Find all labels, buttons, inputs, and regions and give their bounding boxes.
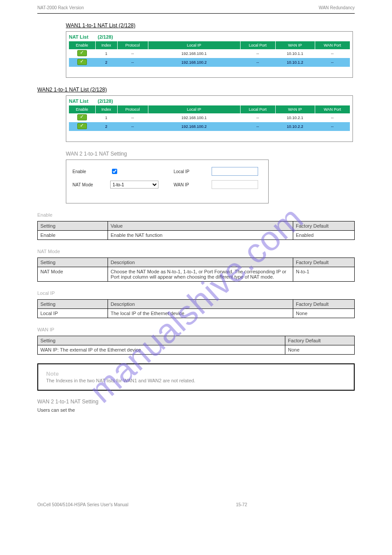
natmode-spec-label: NAT Mode — [37, 249, 355, 254]
spec-head-desc: Description — [108, 300, 293, 309]
col-local-port: Local Port — [240, 105, 275, 113]
cell-local-port: -- — [240, 58, 275, 67]
spec-cell: Enable the NAT function — [108, 231, 293, 240]
note-label: Note — [46, 370, 59, 377]
nat-list-label: NAT List — [69, 34, 88, 40]
cell-wan-port: -- — [315, 58, 350, 67]
col-index: Index — [95, 105, 117, 113]
col-local-ip: Local IP — [148, 105, 240, 113]
cell-protocol: -- — [117, 122, 148, 131]
wan2-settings-heading: WAN 2 1-to-1 NAT Setting — [66, 151, 355, 157]
cell-index: 1 — [95, 49, 117, 58]
spec-cell: None — [293, 309, 355, 318]
wan1-nat-table: Enable Index Protocol Local IP Local Por… — [69, 41, 350, 67]
nat-mode-label: NAT Mode — [72, 182, 110, 187]
wanip-spec-label: WAN IP — [37, 327, 355, 332]
enable-check-icon[interactable] — [77, 50, 87, 56]
footer-left: OnCell 5004/5104-HSPA Series User's Manu… — [37, 502, 128, 507]
cell-index: 1 — [95, 113, 117, 122]
nat-list-title: NAT List (2/128) — [69, 34, 350, 40]
page-footer: OnCell 5004/5104-HSPA Series User's Manu… — [37, 501, 355, 507]
spec-cell: None — [285, 345, 355, 355]
spec-table-enable: Setting Value Factory Default Enable Ena… — [37, 221, 355, 240]
spec-cell: WAN IP: The external IP of the Ethernet … — [38, 345, 285, 355]
spec-table-wanip: Setting Factory Default WAN IP: The exte… — [37, 336, 355, 355]
cell-protocol: -- — [117, 113, 148, 122]
nat-mode-select[interactable]: 1-to-1 — [110, 181, 158, 189]
nat-list-count: (2/128) — [97, 34, 113, 40]
spec-table-localip: Setting Description Factory Default Loca… — [37, 299, 355, 318]
spec-head-default: Factory Default — [293, 300, 355, 309]
wan-ip-input[interactable] — [212, 180, 258, 189]
spec-cell: Choose the NAT Mode as N-to-1, 1-to-1, o… — [108, 267, 293, 282]
spec-head-value: Value — [108, 221, 293, 231]
spec-cell: NAT Mode — [38, 267, 108, 282]
col-protocol: Protocol — [117, 41, 148, 49]
spec-cell: The local IP of the Ethernet device — [108, 309, 293, 318]
spec-table-natmode: Setting Description Factory Default NAT … — [37, 258, 355, 282]
col-wan-port: WAN Port — [315, 41, 350, 49]
note-block: Note The Indexes in the two NAT lists fo… — [37, 363, 355, 391]
spec-head-default: Factory Default — [285, 336, 355, 345]
spec-head-default: Factory Default — [293, 258, 355, 267]
enable-checkbox[interactable] — [112, 169, 117, 174]
cell-wan-ip: 10.10.2.1 — [275, 113, 315, 122]
cell-protocol: -- — [117, 49, 148, 58]
wan-ip-label: WAN IP — [173, 182, 211, 187]
nat-list-title: NAT List (2/128) — [69, 98, 350, 104]
wan2-nat-table: Enable Index Protocol Local IP Local Por… — [69, 105, 350, 131]
local-ip-input[interactable] — [212, 167, 258, 176]
col-wan-ip: WAN IP — [275, 105, 315, 113]
wan2-nat-list-panel: NAT List (2/128) Enable Index Protocol L… — [66, 95, 353, 142]
footer-page-number: 15-72 — [128, 502, 355, 507]
col-enable: Enable — [69, 41, 95, 49]
spec-cell: Enabled — [293, 231, 355, 240]
cell-wan-port: -- — [315, 122, 350, 131]
cell-wan-ip: 10.10.1.1 — [275, 49, 315, 58]
cell-wan-ip: 10.10.2.2 — [275, 122, 315, 131]
enable-label: Enable — [72, 169, 110, 174]
wan1-nat-heading: WAN1 1-to-1 NAT List (2/128) — [66, 22, 355, 29]
col-index: Index — [95, 41, 117, 49]
nat-settings-panel: Enable Local IP NAT Mode 1-to-1 WAN IP — [66, 160, 269, 203]
cell-wan-port: -- — [315, 49, 350, 58]
spec-head-default: Factory Default — [293, 221, 355, 231]
spec-cell: Enable — [38, 231, 108, 240]
table-row[interactable]: 2 -- 192.168.100.2 -- 10.10.1.2 -- — [69, 58, 350, 67]
enable-check-icon[interactable] — [77, 114, 87, 120]
enable-check-icon[interactable] — [77, 59, 87, 65]
enable-check-icon[interactable] — [77, 123, 87, 129]
cell-wan-ip: 10.10.1.2 — [275, 58, 315, 67]
duplicate-body-text: Users can set the — [37, 407, 355, 413]
table-row[interactable]: 1 -- 192.168.100.1 -- 10.10.1.1 -- — [69, 49, 350, 58]
cell-local-ip: 192.168.100.1 — [148, 49, 240, 58]
enable-spec-label: Enable — [37, 212, 355, 218]
table-header-row: Enable Index Protocol Local IP Local Por… — [69, 41, 350, 49]
cell-local-port: -- — [240, 122, 275, 131]
cell-wan-port: -- — [315, 113, 350, 122]
header-product: NAT-2000 Rack Version — [37, 5, 84, 10]
top-divider — [37, 13, 355, 14]
col-protocol: Protocol — [117, 105, 148, 113]
localip-spec-label: Local IP — [37, 290, 355, 296]
local-ip-label: Local IP — [173, 169, 211, 174]
note-text: The Indexes in the two NAT lists for WAN… — [46, 378, 195, 383]
col-local-ip: Local IP — [148, 41, 240, 49]
table-row[interactable]: 1 -- 192.168.100.1 -- 10.10.2.1 -- — [69, 113, 350, 122]
cell-local-ip: 192.168.100.2 — [148, 58, 240, 67]
cell-index: 2 — [95, 122, 117, 131]
cell-protocol: -- — [117, 58, 148, 67]
spec-head-setting: Setting — [38, 336, 285, 345]
spec-head-desc: Description — [108, 258, 293, 267]
table-row[interactable]: 2 -- 192.168.100.2 -- 10.10.2.2 -- — [69, 122, 350, 131]
cell-local-port: -- — [240, 113, 275, 122]
col-wan-port: WAN Port — [315, 105, 350, 113]
wan2-nat-heading: WAN2 1-to-1 NAT List (2/128) — [37, 87, 355, 93]
wan1-nat-list-panel: NAT List (2/128) Enable Index Protocol L… — [66, 31, 353, 78]
nat-list-label: NAT List — [69, 98, 88, 104]
col-local-port: Local Port — [240, 41, 275, 49]
spec-head-setting: Setting — [38, 300, 108, 309]
cell-index: 2 — [95, 58, 117, 67]
cell-local-port: -- — [240, 49, 275, 58]
spec-cell: N-to-1 — [293, 267, 355, 282]
